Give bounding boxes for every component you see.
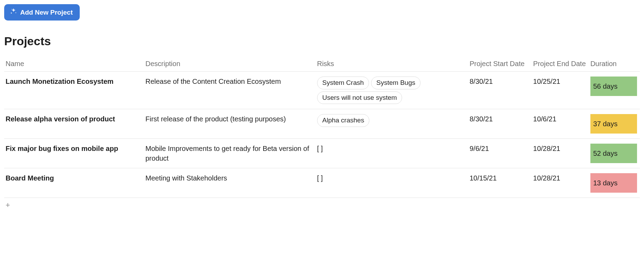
risk-pill-group: System CrashSystem BugsUsers will not us…: [317, 77, 465, 104]
cell-duration[interactable]: 37 days: [589, 109, 640, 139]
table-row[interactable]: Release alpha version of productFirst re…: [4, 109, 640, 139]
cell-start-date[interactable]: 9/6/21: [468, 139, 532, 168]
cell-end-date[interactable]: 10/28/21: [532, 139, 589, 168]
page-title: Projects: [4, 34, 640, 48]
cell-start-date[interactable]: 8/30/21: [468, 72, 532, 109]
cell-end-date[interactable]: 10/25/21: [532, 72, 589, 109]
column-header-start-date[interactable]: Project Start Date: [468, 56, 532, 72]
table-row[interactable]: Fix major bug fixes on mobile appMobile …: [4, 139, 640, 168]
duration-value: 56 days: [590, 77, 637, 96]
risk-pill[interactable]: System Bugs: [371, 77, 421, 89]
svg-point-1: [15, 13, 16, 13]
cell-name[interactable]: Release alpha version of product: [4, 109, 144, 139]
cell-risks[interactable]: [ ]: [316, 168, 468, 198]
column-header-end-date[interactable]: Project End Date: [532, 56, 589, 72]
cell-duration[interactable]: 56 days: [589, 72, 640, 109]
duration-value: 13 days: [590, 173, 637, 193]
svg-point-0: [11, 13, 12, 14]
duration-value: 37 days: [590, 114, 637, 134]
column-header-risks[interactable]: Risks: [316, 56, 468, 72]
sparkle-icon: [10, 8, 17, 17]
column-header-description[interactable]: Description: [144, 56, 316, 72]
risk-pill[interactable]: Alpha crashes: [317, 114, 369, 127]
risk-pill[interactable]: System Crash: [317, 77, 369, 89]
projects-table: Name Description Risks Project Start Dat…: [4, 56, 640, 198]
column-header-name[interactable]: Name: [4, 56, 144, 72]
risks-empty: [ ]: [317, 174, 323, 182]
cell-name[interactable]: Fix major bug fixes on mobile app: [4, 139, 144, 168]
cell-end-date[interactable]: 10/28/21: [532, 168, 589, 198]
risks-empty: [ ]: [317, 145, 323, 152]
risk-pill[interactable]: Users will not use system: [317, 91, 402, 104]
cell-risks[interactable]: System CrashSystem BugsUsers will not us…: [316, 72, 468, 109]
svg-point-2: [12, 9, 13, 10]
add-row-button[interactable]: +: [4, 198, 640, 212]
cell-description[interactable]: Release of the Content Creation Ecosyste…: [144, 72, 316, 109]
cell-description[interactable]: Mobile Improvements to get ready for Bet…: [144, 139, 316, 168]
cell-start-date[interactable]: 8/30/21: [468, 109, 532, 139]
cell-description[interactable]: Meeting with Stakeholders: [144, 168, 316, 198]
cell-description[interactable]: First release of the product (testing pu…: [144, 109, 316, 139]
column-header-duration[interactable]: Duration: [589, 56, 640, 72]
cell-name[interactable]: Board Meeting: [4, 168, 144, 198]
table-row[interactable]: Board MeetingMeeting with Stakeholders[ …: [4, 168, 640, 198]
duration-value: 52 days: [590, 144, 637, 163]
table-header-row: Name Description Risks Project Start Dat…: [4, 56, 640, 72]
risk-pill-group: Alpha crashes: [317, 114, 465, 127]
cell-duration[interactable]: 13 days: [589, 168, 640, 198]
cell-end-date[interactable]: 10/6/21: [532, 109, 589, 139]
cell-risks[interactable]: Alpha crashes: [316, 109, 468, 139]
add-new-project-button[interactable]: Add New Project: [4, 4, 80, 21]
cell-risks[interactable]: [ ]: [316, 139, 468, 168]
table-row[interactable]: Launch Monetization EcosystemRelease of …: [4, 72, 640, 109]
add-new-project-label: Add New Project: [20, 9, 73, 16]
cell-name[interactable]: Launch Monetization Ecosystem: [4, 72, 144, 109]
cell-start-date[interactable]: 10/15/21: [468, 168, 532, 198]
cell-duration[interactable]: 52 days: [589, 139, 640, 168]
